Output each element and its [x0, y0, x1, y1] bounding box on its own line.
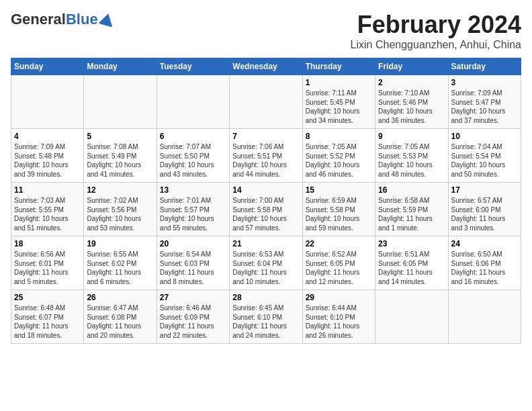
day-number: 28	[232, 293, 299, 302]
calendar-week-row: 11Sunrise: 7:03 AMSunset: 5:55 PMDayligh…	[11, 183, 521, 236]
calendar-cell: 20Sunrise: 6:54 AMSunset: 6:03 PMDayligh…	[157, 236, 229, 290]
calendar-week-row: 18Sunrise: 6:56 AMSunset: 6:01 PMDayligh…	[11, 236, 521, 290]
day-number: 16	[378, 185, 445, 195]
day-number: 6	[160, 132, 226, 141]
svg-marker-0	[99, 12, 114, 27]
calendar-cell: 29Sunrise: 6:44 AMSunset: 6:10 PMDayligh…	[302, 290, 375, 344]
calendar-table: SundayMondayTuesdayWednesdayThursdayFrid…	[11, 58, 521, 344]
calendar-cell	[11, 75, 84, 129]
day-detail: Sunrise: 6:58 AMSunset: 5:59 PMDaylight:…	[378, 196, 445, 232]
logo: GeneralBlue	[11, 11, 114, 28]
day-number: 11	[14, 185, 81, 195]
weekday-header: Wednesday	[230, 58, 302, 75]
day-number: 20	[160, 239, 226, 248]
calendar-cell: 13Sunrise: 7:01 AMSunset: 5:57 PMDayligh…	[157, 183, 229, 236]
day-detail: Sunrise: 6:55 AMSunset: 6:02 PMDaylight:…	[87, 250, 153, 286]
logo-icon	[99, 12, 114, 27]
calendar-cell: 16Sunrise: 6:58 AMSunset: 5:59 PMDayligh…	[375, 183, 448, 236]
weekday-header: Saturday	[448, 58, 521, 75]
day-detail: Sunrise: 7:02 AMSunset: 5:56 PMDaylight:…	[87, 196, 153, 232]
calendar-cell	[157, 75, 229, 129]
title-block: February 2024 Lixin Chengguanzhen, Anhui…	[351, 11, 521, 51]
day-detail: Sunrise: 7:09 AMSunset: 5:48 PMDaylight:…	[14, 142, 81, 179]
calendar-cell: 11Sunrise: 7:03 AMSunset: 5:55 PMDayligh…	[11, 183, 84, 236]
calendar-cell: 15Sunrise: 6:59 AMSunset: 5:58 PMDayligh…	[302, 183, 375, 236]
calendar-cell	[448, 290, 521, 344]
day-number: 21	[232, 239, 299, 248]
day-number: 10	[451, 132, 518, 141]
calendar-cell: 24Sunrise: 6:50 AMSunset: 6:06 PMDayligh…	[448, 236, 521, 290]
weekday-header: Monday	[84, 58, 157, 75]
day-detail: Sunrise: 6:56 AMSunset: 6:01 PMDaylight:…	[14, 250, 81, 286]
logo-general: GeneralBlue	[11, 11, 98, 28]
calendar-cell: 23Sunrise: 6:51 AMSunset: 6:05 PMDayligh…	[375, 236, 448, 290]
day-number: 7	[232, 132, 299, 141]
day-number: 3	[451, 78, 518, 87]
weekday-header: Tuesday	[157, 58, 229, 75]
day-number: 18	[14, 239, 81, 248]
day-number: 22	[306, 239, 372, 248]
calendar-cell: 8Sunrise: 7:05 AMSunset: 5:52 PMDaylight…	[302, 129, 375, 183]
weekday-header: Friday	[375, 58, 448, 75]
day-number: 5	[87, 132, 153, 141]
calendar-cell: 12Sunrise: 7:02 AMSunset: 5:56 PMDayligh…	[84, 183, 157, 236]
day-detail: Sunrise: 7:10 AMSunset: 5:46 PMDaylight:…	[378, 89, 445, 125]
day-detail: Sunrise: 6:59 AMSunset: 5:58 PMDaylight:…	[306, 196, 372, 232]
page-header: GeneralBlue February 2024 Lixin Chenggua…	[11, 11, 521, 51]
day-detail: Sunrise: 7:00 AMSunset: 5:58 PMDaylight:…	[232, 196, 299, 232]
day-number: 4	[14, 132, 81, 141]
day-number: 13	[160, 185, 226, 195]
calendar-cell: 18Sunrise: 6:56 AMSunset: 6:01 PMDayligh…	[11, 236, 84, 290]
calendar-cell: 27Sunrise: 6:46 AMSunset: 6:09 PMDayligh…	[157, 290, 229, 344]
day-number: 23	[378, 239, 445, 248]
calendar-cell: 5Sunrise: 7:08 AMSunset: 5:49 PMDaylight…	[84, 129, 157, 183]
day-number: 8	[306, 132, 372, 141]
day-detail: Sunrise: 7:09 AMSunset: 5:47 PMDaylight:…	[451, 89, 518, 125]
day-detail: Sunrise: 6:45 AMSunset: 6:10 PMDaylight:…	[232, 304, 299, 340]
day-number: 29	[306, 293, 372, 302]
day-detail: Sunrise: 7:01 AMSunset: 5:57 PMDaylight:…	[160, 196, 226, 232]
calendar-week-row: 25Sunrise: 6:48 AMSunset: 6:07 PMDayligh…	[11, 290, 521, 344]
weekday-header-row: SundayMondayTuesdayWednesdayThursdayFrid…	[11, 58, 521, 75]
day-detail: Sunrise: 7:05 AMSunset: 5:53 PMDaylight:…	[378, 142, 445, 179]
calendar-cell: 17Sunrise: 6:57 AMSunset: 6:00 PMDayligh…	[448, 183, 521, 236]
calendar-cell: 19Sunrise: 6:55 AMSunset: 6:02 PMDayligh…	[84, 236, 157, 290]
day-detail: Sunrise: 6:47 AMSunset: 6:08 PMDaylight:…	[87, 304, 153, 340]
day-number: 12	[87, 185, 153, 195]
day-detail: Sunrise: 7:04 AMSunset: 5:54 PMDaylight:…	[451, 142, 518, 179]
day-detail: Sunrise: 6:51 AMSunset: 6:05 PMDaylight:…	[378, 250, 445, 286]
calendar-cell: 1Sunrise: 7:11 AMSunset: 5:45 PMDaylight…	[302, 75, 375, 129]
calendar-cell: 28Sunrise: 6:45 AMSunset: 6:10 PMDayligh…	[230, 290, 302, 344]
day-detail: Sunrise: 7:07 AMSunset: 5:50 PMDaylight:…	[160, 142, 226, 179]
day-number: 24	[451, 239, 518, 248]
calendar-cell	[230, 75, 302, 129]
calendar-cell: 22Sunrise: 6:52 AMSunset: 6:05 PMDayligh…	[302, 236, 375, 290]
day-number: 19	[87, 239, 153, 248]
day-detail: Sunrise: 7:11 AMSunset: 5:45 PMDaylight:…	[306, 89, 372, 125]
day-number: 14	[232, 185, 299, 195]
day-number: 1	[306, 78, 372, 87]
day-detail: Sunrise: 6:50 AMSunset: 6:06 PMDaylight:…	[451, 250, 518, 286]
calendar-cell: 25Sunrise: 6:48 AMSunset: 6:07 PMDayligh…	[11, 290, 84, 344]
day-detail: Sunrise: 6:48 AMSunset: 6:07 PMDaylight:…	[14, 304, 81, 340]
day-detail: Sunrise: 6:46 AMSunset: 6:09 PMDaylight:…	[160, 304, 226, 340]
calendar-cell: 4Sunrise: 7:09 AMSunset: 5:48 PMDaylight…	[11, 129, 84, 183]
calendar-week-row: 1Sunrise: 7:11 AMSunset: 5:45 PMDaylight…	[11, 75, 521, 129]
calendar-cell: 3Sunrise: 7:09 AMSunset: 5:47 PMDaylight…	[448, 75, 521, 129]
calendar-cell	[375, 290, 448, 344]
calendar-cell: 6Sunrise: 7:07 AMSunset: 5:50 PMDaylight…	[157, 129, 229, 183]
day-number: 25	[14, 293, 81, 302]
day-number: 17	[451, 185, 518, 195]
calendar-cell: 14Sunrise: 7:00 AMSunset: 5:58 PMDayligh…	[230, 183, 302, 236]
day-detail: Sunrise: 6:52 AMSunset: 6:05 PMDaylight:…	[306, 250, 372, 286]
weekday-header: Sunday	[11, 58, 84, 75]
day-detail: Sunrise: 7:03 AMSunset: 5:55 PMDaylight:…	[14, 196, 81, 232]
calendar-cell: 10Sunrise: 7:04 AMSunset: 5:54 PMDayligh…	[448, 129, 521, 183]
day-number: 2	[378, 78, 445, 87]
day-number: 27	[160, 293, 226, 302]
calendar-cell: 9Sunrise: 7:05 AMSunset: 5:53 PMDaylight…	[375, 129, 448, 183]
day-number: 9	[378, 132, 445, 141]
day-number: 26	[87, 293, 153, 302]
calendar-cell: 2Sunrise: 7:10 AMSunset: 5:46 PMDaylight…	[375, 75, 448, 129]
day-number: 15	[306, 185, 372, 195]
